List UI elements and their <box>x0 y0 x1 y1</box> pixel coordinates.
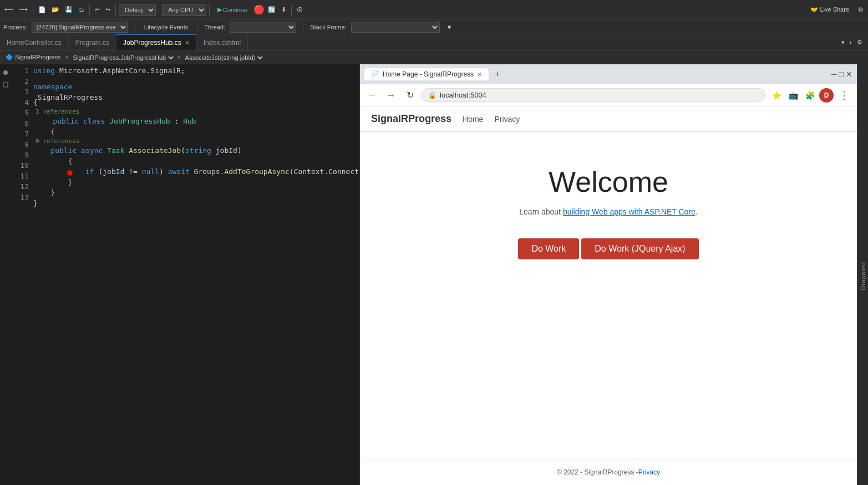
process-label: Process: <box>3 24 27 30</box>
sep-thread <box>197 23 197 32</box>
undo-btn[interactable]: ↩ <box>93 5 102 14</box>
hint-line-5: 3 references <box>33 108 359 116</box>
tab-program[interactable]: Program.cs <box>69 34 116 50</box>
code-editor[interactable]: 1 2 3 4 5 6 7 8 9 10 11 12 13 using Micr… <box>11 64 359 485</box>
do-work-jquery-button[interactable]: Do Work (JQuery Ajax) <box>581 238 698 259</box>
browser-tab-close[interactable]: ✕ <box>477 71 482 78</box>
browser-profile-btn[interactable]: D <box>819 88 834 103</box>
nav-project[interactable]: 🔷 SignalRProgress <box>3 54 63 61</box>
main-area: 1 2 3 4 5 6 7 8 9 10 11 12 13 using Micr… <box>0 64 868 485</box>
browser-new-tab-btn[interactable]: + <box>491 68 504 81</box>
redo-btn[interactable]: ↪ <box>103 5 113 14</box>
diagnostics-label[interactable]: Diagnost <box>858 257 868 294</box>
sep5 <box>209 4 210 16</box>
code-line-6: { <box>33 126 359 137</box>
editor-nav-bar: 🔷 SignalRProgress ▾ SignalRProgress.JobP… <box>0 51 868 64</box>
left-gutter <box>0 64 11 485</box>
debug-config-select[interactable]: Debug <box>119 4 156 16</box>
do-work-button[interactable]: Do Work <box>518 238 579 259</box>
stack-frame-select[interactable] <box>351 22 440 33</box>
gutter-test-icon[interactable] <box>2 81 9 89</box>
nav-method-select[interactable]: AssociateJob(string jobId) <box>183 54 265 62</box>
tab-jobprogresshub-close[interactable]: ✕ <box>185 39 190 47</box>
browser-menu-btn[interactable]: ⋮ <box>836 88 852 103</box>
browser-cast-btn[interactable]: 📺 <box>786 88 800 103</box>
hint-line-7: 0 references <box>33 137 359 145</box>
save-all-btn[interactable]: 🗂 <box>76 6 87 14</box>
code-line-5: public class JobProgressHub : Hub <box>33 116 359 126</box>
site-aspnet-link[interactable]: building Web apps with ASP.NET Core <box>563 207 696 216</box>
continue-btn[interactable]: ▶ Continue <box>212 4 252 15</box>
nav-sep1: ▾ <box>65 54 69 61</box>
browser-window-controls: ─ □ ✕ <box>831 70 852 79</box>
sep2 <box>89 4 90 16</box>
tab-program-label: Program.cs <box>75 39 109 47</box>
browser-close-btn[interactable]: ✕ <box>846 70 852 79</box>
tab-list-btn[interactable]: ▾ <box>839 38 847 47</box>
tab-actions: ▾ + ⚙ <box>839 38 868 47</box>
code-line-11: } <box>33 187 359 198</box>
gutter-breakpoints-icon[interactable] <box>2 69 9 76</box>
settings-icon-btn[interactable]: ⚙ <box>855 38 865 47</box>
website-content: SignalRProgress Home Privacy Welcome Lea… <box>360 106 857 485</box>
main-toolbar: ⟵ ⟶ 📄 📂 💾 🗂 ↩ ↪ Debug Any CPU ▶ Continue… <box>0 0 868 20</box>
settings-btn[interactable]: ⚙ <box>856 5 866 14</box>
browser-maximize-btn[interactable]: □ <box>839 70 844 79</box>
site-main: Welcome Learn about building Web apps wi… <box>360 132 857 459</box>
sep-proc <box>135 23 135 32</box>
cpu-config-select[interactable]: Any CPU <box>162 4 206 16</box>
browser-back-btn[interactable]: ← <box>364 88 380 103</box>
address-bar[interactable]: 🔒 <box>421 88 766 102</box>
bookmark-page-btn[interactable]: ⭐ <box>769 88 784 103</box>
code-line-8: { <box>33 156 359 166</box>
browser-titlebar: 📄 Home Page - SignalRProgress ✕ + ─ □ ✕ <box>360 64 857 84</box>
code-block-7: 0 references public async Task Associate… <box>33 137 359 156</box>
line-numbers: 1 2 3 4 5 6 7 8 9 10 11 12 13 <box>11 64 33 485</box>
address-input[interactable] <box>440 91 759 99</box>
restart-btn[interactable]: 🔄 <box>266 5 278 14</box>
open-btn[interactable]: 📂 <box>49 5 62 14</box>
sep6 <box>291 4 292 16</box>
stack-expand-btn[interactable]: ▼ <box>444 23 455 32</box>
code-text[interactable]: using Microsoft.AspNetCore.SignalR; name… <box>33 64 359 485</box>
browser-forward-btn[interactable]: → <box>383 88 399 103</box>
tab-jobprogresshub[interactable]: JobProgressHub.cs ✕ <box>116 34 197 50</box>
site-action-buttons: Do Work Do Work (JQuery Ajax) <box>518 238 698 259</box>
footer-privacy-link[interactable]: Privacy <box>638 468 660 476</box>
step-over-btn[interactable]: ⬇ <box>279 5 288 14</box>
code-line-10: } <box>33 177 359 187</box>
browser-minimize-btn[interactable]: ─ <box>831 70 837 79</box>
tab-index[interactable]: Index.cshtml <box>197 34 248 50</box>
tab-homecontroller[interactable]: HomeController.cs <box>0 34 69 50</box>
code-line-3: namespace SignalRProgress <box>33 86 359 97</box>
lock-icon: 🔒 <box>428 91 436 99</box>
editor-tab-bar: HomeController.cs Program.cs JobProgress… <box>0 34 868 51</box>
nav-class-select[interactable]: SignalRProgress.JobProgressHub <box>71 54 175 62</box>
browser-tab[interactable]: 📄 Home Page - SignalRProgress ✕ <box>364 68 489 80</box>
browser-action-buttons: ⭐ 📺 🧩 D ⋮ <box>769 88 852 103</box>
code-line-1: using Microsoft.AspNetCore.SignalR; <box>33 65 359 76</box>
site-nav-privacy[interactable]: Privacy <box>494 115 520 124</box>
stack-frame-label: Stack Frame: <box>310 24 346 30</box>
save-btn[interactable]: 💾 <box>63 5 75 14</box>
lifecycle-events-btn[interactable]: Lifecycle Events <box>142 23 190 32</box>
breakpoints-btn[interactable]: ⦿ <box>295 6 305 14</box>
process-select[interactable]: [24720] SignalRProgress.exe <box>32 22 128 33</box>
site-nav-home[interactable]: Home <box>463 115 483 124</box>
live-share-btn[interactable]: 🤝 Live Share <box>807 5 852 14</box>
new-project-btn[interactable]: 📄 <box>36 5 48 14</box>
new-tab-btn[interactable]: + <box>847 38 855 47</box>
browser-refresh-btn[interactable]: ↻ <box>402 88 418 103</box>
tab-index-label: Index.cshtml <box>204 39 241 47</box>
tab-homecontroller-label: HomeController.cs <box>7 39 62 47</box>
back-btn[interactable]: ⟵ <box>2 5 16 14</box>
browser-ext-btn[interactable]: 🧩 <box>803 88 817 103</box>
code-line-12: } <box>33 198 359 208</box>
browser-tab-favicon: 📄 <box>371 70 379 78</box>
thread-select[interactable] <box>230 22 296 33</box>
right-sidebar: Diagnost <box>857 64 868 485</box>
toolbar-right: 🤝 Live Share ⚙ <box>807 5 866 14</box>
forward-btn[interactable]: ⟶ <box>17 5 30 14</box>
svg-point-0 <box>3 70 8 75</box>
code-line-7: public async Task AssociateJob(string jo… <box>33 145 359 156</box>
